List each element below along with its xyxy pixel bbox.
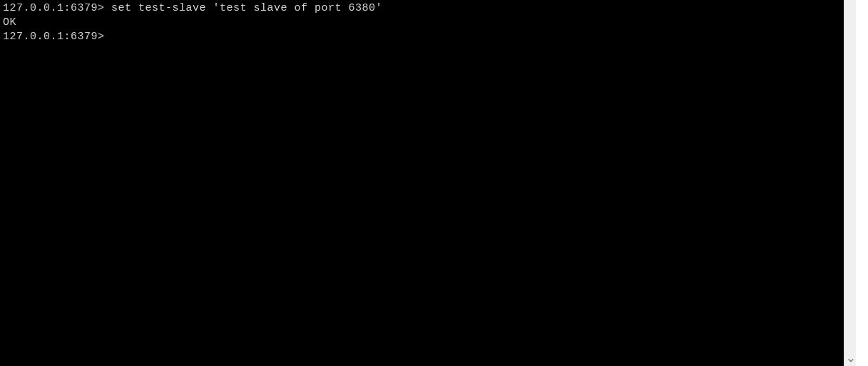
terminal-line: OK [3, 16, 841, 30]
terminal-command: set test-slave 'test slave of port 6380' [105, 2, 383, 14]
terminal-prompt: 127.0.0.1:6379> [3, 31, 105, 43]
terminal-window: 127.0.0.1:6379> set test-slave 'test sla… [0, 0, 856, 366]
vertical-scrollbar[interactable] [844, 0, 856, 366]
terminal-content[interactable]: 127.0.0.1:6379> set test-slave 'test sla… [0, 0, 844, 366]
terminal-line: 127.0.0.1:6379> set test-slave 'test sla… [3, 1, 841, 16]
chevron-down-icon [848, 357, 854, 363]
terminal-output: OK [3, 16, 16, 29]
terminal-prompt: 127.0.0.1:6379> [3, 2, 105, 14]
scroll-down-button[interactable] [844, 354, 857, 366]
terminal-line: 127.0.0.1:6379> [3, 30, 841, 44]
